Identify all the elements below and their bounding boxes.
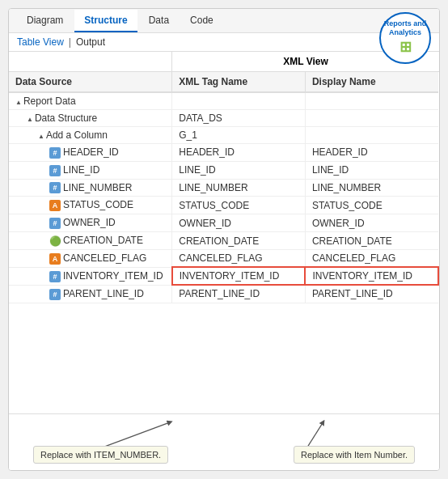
- cell-xml-tag[interactable]: CANCELED_FLAG: [172, 249, 306, 267]
- table-row[interactable]: ▲ Report Data: [9, 92, 438, 110]
- table-row[interactable]: #HEADER_IDHEADER_IDHEADER_ID: [9, 144, 438, 162]
- cell-data-source: 🟢CREATION_DATE: [9, 232, 172, 250]
- cell-display-name[interactable]: PARENT_LINE_ID: [305, 285, 438, 303]
- cell-data-source: #LINE_ID: [9, 161, 172, 179]
- data-source-label: HEADER_ID: [63, 146, 119, 158]
- table-row[interactable]: #LINE_IDLINE_IDLINE_ID: [9, 161, 438, 179]
- cell-display-name[interactable]: STATUS_CODE: [305, 197, 438, 214]
- table-row[interactable]: #LINE_NUMBERLINE_NUMBERLINE_NUMBER: [9, 179, 438, 197]
- tree-arrow-icon: ▲: [38, 133, 44, 140]
- tooltip-left: Replace with ITEM_NUMBER.: [33, 446, 168, 464]
- table-row[interactable]: ASTATUS_CODESTATUS_CODESTATUS_CODE: [9, 197, 438, 214]
- tab-code[interactable]: Code: [180, 10, 223, 32]
- cell-xml-tag[interactable]: LINE_ID: [172, 161, 306, 179]
- cell-display-name[interactable]: LINE_ID: [305, 161, 438, 179]
- cell-xml-tag[interactable]: HEADER_ID: [172, 144, 306, 162]
- tab-diagram[interactable]: Diagram: [17, 10, 73, 32]
- cell-data-source: ASTATUS_CODE: [9, 197, 172, 214]
- table-row[interactable]: ▲ Add a ColumnG_1: [9, 127, 438, 144]
- main-window: Diagram Structure Data Code Reports andA…: [8, 8, 440, 471]
- data-source-label: LINE_ID: [63, 164, 99, 176]
- sub-nav-bar: Table View | Output: [9, 33, 439, 52]
- cell-xml-tag: DATA_DS: [172, 110, 306, 127]
- top-tab-bar: Diagram Structure Data Code: [9, 9, 439, 33]
- sub-nav-separator: |: [69, 36, 71, 48]
- cell-data-source: ▲ Data Structure: [9, 110, 172, 127]
- data-source-label: PARENT_LINE_ID: [63, 288, 144, 299]
- tooltip-right: Replace with Item Number.: [294, 446, 415, 464]
- dtype-icon: A: [49, 253, 61, 265]
- reports-analytics-badge[interactable]: Reports andAnalytics ⊞: [379, 12, 431, 64]
- data-table: Data Source XML Tag Name Display Name ▲ …: [9, 72, 439, 303]
- tree-arrow-icon: ▲: [15, 99, 22, 106]
- data-source-label: INVENTORY_ITEM_ID: [63, 270, 163, 282]
- dtype-icon: #: [49, 165, 61, 176]
- cell-display-name: [305, 92, 438, 110]
- dtype-icon: 🟢: [49, 235, 61, 247]
- data-source-label: Data Structure: [35, 112, 97, 124]
- table-row[interactable]: ▲ Data StructureDATA_DS: [9, 110, 438, 127]
- dtype-icon: #: [49, 271, 61, 282]
- col-header-display-name: Display Name: [305, 72, 438, 92]
- tree-arrow-icon: ▲: [27, 116, 33, 123]
- cell-xml-tag: [172, 92, 306, 110]
- cell-display-name[interactable]: CREATION_DATE: [305, 232, 438, 250]
- cell-data-source: #LINE_NUMBER: [9, 179, 172, 197]
- dtype-icon: #: [49, 147, 61, 159]
- cell-data-source: ▲ Add a Column: [9, 127, 172, 144]
- table-row[interactable]: 🟢CREATION_DATECREATION_DATECREATION_DATE: [9, 232, 438, 250]
- cell-xml-tag[interactable]: PARENT_LINE_ID: [172, 285, 306, 303]
- table-row[interactable]: ACANCELED_FLAGCANCELED_FLAGCANCELED_FLAG: [9, 249, 438, 267]
- cell-display-name[interactable]: OWNER_ID: [305, 214, 438, 232]
- reports-badge-icon: ⊞: [399, 39, 412, 57]
- cell-display-name[interactable]: INVENTORY_ITEM_ID: [305, 267, 438, 285]
- cell-display-name: [305, 110, 438, 127]
- cell-xml-tag[interactable]: CREATION_DATE: [172, 232, 306, 250]
- cell-display-name[interactable]: CANCELED_FLAG: [305, 249, 438, 267]
- reports-badge-label: Reports andAnalytics: [384, 19, 427, 37]
- dtype-icon: #: [49, 289, 61, 300]
- cell-display-name: [305, 127, 438, 144]
- svg-line-1: [307, 422, 323, 448]
- data-source-label: LINE_NUMBER: [63, 182, 132, 193]
- data-source-label: Add a Column: [46, 129, 108, 141]
- cell-data-source: ACANCELED_FLAG: [9, 249, 172, 267]
- col-header-data-source: Data Source: [9, 72, 172, 92]
- cell-data-source: #INVENTORY_ITEM_ID: [9, 267, 172, 285]
- data-table-wrapper[interactable]: Data Source XML Tag Name Display Name ▲ …: [9, 72, 439, 413]
- dtype-icon: A: [49, 200, 61, 211]
- dtype-icon: #: [49, 182, 61, 193]
- cell-xml-tag[interactable]: LINE_NUMBER: [172, 179, 306, 197]
- main-content: XML View Data Source XML Tag Name Displa…: [9, 52, 439, 470]
- data-source-label: STATUS_CODE: [63, 199, 133, 210]
- cell-xml-tag[interactable]: INVENTORY_ITEM_ID: [172, 267, 306, 285]
- cell-display-name[interactable]: LINE_NUMBER: [305, 179, 438, 197]
- tooltip-area: Replace with ITEM_NUMBER. Replace with I…: [9, 413, 439, 470]
- svg-line-0: [102, 422, 171, 448]
- table-row[interactable]: #OWNER_IDOWNER_IDOWNER_ID: [9, 214, 438, 232]
- tab-data[interactable]: Data: [139, 10, 179, 32]
- data-source-label: CREATION_DATE: [63, 235, 143, 246]
- data-source-label: CANCELED_FLAG: [63, 252, 146, 264]
- cell-display-name[interactable]: HEADER_ID: [305, 144, 438, 162]
- cell-data-source: ▲ Report Data: [9, 92, 172, 110]
- cell-data-source: #OWNER_ID: [9, 214, 172, 232]
- table-row[interactable]: #PARENT_LINE_IDPARENT_LINE_IDPARENT_LINE…: [9, 285, 438, 303]
- col-header-xml-tag: XML Tag Name: [172, 72, 306, 92]
- data-source-label: OWNER_ID: [63, 217, 116, 228]
- table-row[interactable]: #INVENTORY_ITEM_IDINVENTORY_ITEM_IDINVEN…: [9, 267, 438, 285]
- cell-xml-tag[interactable]: OWNER_ID: [172, 214, 306, 232]
- cell-xml-tag[interactable]: STATUS_CODE: [172, 197, 306, 214]
- cell-data-source: #PARENT_LINE_ID: [9, 285, 172, 303]
- tab-structure[interactable]: Structure: [74, 10, 137, 32]
- table-view-link[interactable]: Table View: [17, 36, 64, 48]
- output-link[interactable]: Output: [76, 36, 105, 48]
- cell-data-source: #HEADER_ID: [9, 144, 172, 162]
- data-source-label: Report Data: [23, 95, 76, 107]
- dtype-icon: #: [49, 218, 61, 229]
- cell-xml-tag: G_1: [172, 127, 306, 144]
